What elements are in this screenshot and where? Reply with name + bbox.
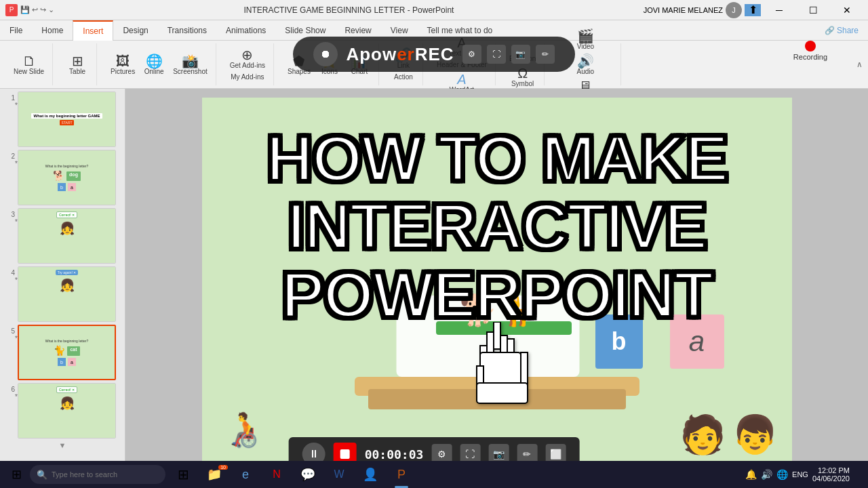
taskbar-apps: ⊞ 📁 10 e N 💬 W 👤 P bbox=[168, 461, 745, 488]
recording-badge: Recording bbox=[793, 41, 827, 61]
equation-button[interactable]: π Equation bbox=[507, 40, 538, 64]
start-button[interactable]: ⊞ bbox=[3, 461, 30, 488]
textbox-button[interactable]: A Text Box bbox=[446, 35, 477, 58]
new-slide-button[interactable]: 🗋 New Slide bbox=[11, 53, 47, 77]
search-icon: 🔍 bbox=[37, 470, 47, 480]
symbol-icon: Ω bbox=[517, 66, 528, 80]
tab-transitions[interactable]: Transitions bbox=[158, 20, 216, 40]
close-button[interactable]: ✕ bbox=[831, 0, 863, 20]
hyperlink-button[interactable]: 🔗 Link bbox=[390, 47, 417, 70]
notification-icon[interactable]: 🔔 bbox=[745, 469, 757, 480]
slide-preview-5: What is the beginning letter? 🐈 cat b a bbox=[18, 325, 116, 380]
share-button[interactable]: 🔗 Share bbox=[815, 20, 868, 40]
slide-thumb-5[interactable]: 5 * What is the beginning letter? 🐈 cat … bbox=[3, 325, 122, 380]
explorer-button[interactable]: 📁 10 bbox=[199, 461, 229, 488]
powerpoint-icon: P bbox=[397, 468, 406, 482]
ribbon-collapse[interactable]: ∧ bbox=[856, 60, 863, 69]
slide-thumb-2[interactable]: 2 * What is the beginning letter? 🐕 dog … bbox=[3, 150, 122, 205]
tab-home[interactable]: Home bbox=[32, 20, 73, 40]
clock: 12:02 PM 04/06/2020 bbox=[812, 466, 850, 483]
tab-insert[interactable]: Insert bbox=[73, 20, 113, 41]
network-icon[interactable]: 🌐 bbox=[776, 469, 788, 480]
symbol-button[interactable]: Ω Symbol bbox=[509, 65, 536, 89]
audio-button[interactable]: 🔊 Audio bbox=[572, 53, 599, 77]
slide-canvas[interactable]: HOW TO MAKEINTERACTIVEPOWERPOINT 🐕🐈 b a … bbox=[202, 98, 792, 464]
powerpoint-button[interactable]: P bbox=[387, 461, 416, 488]
pictures-button[interactable]: 🖼 Pictures bbox=[108, 53, 138, 77]
user-avatar: J bbox=[726, 2, 742, 18]
word-button[interactable]: W bbox=[324, 461, 354, 488]
tab-design[interactable]: Design bbox=[113, 20, 157, 40]
language-indicator: ENG bbox=[792, 470, 808, 479]
edge-icon: e bbox=[242, 468, 249, 482]
user-name: JOVI MARIE MELANEZ bbox=[644, 6, 723, 14]
volume-icon[interactable]: 🔊 bbox=[761, 469, 772, 480]
skype-button[interactable]: 💬 bbox=[293, 461, 323, 488]
hyperlink-icon: 🔗 bbox=[395, 48, 412, 62]
recording-timer: 00:00:03 bbox=[365, 447, 424, 462]
app-icon: P bbox=[5, 4, 18, 16]
search-bar[interactable]: 🔍 bbox=[30, 465, 165, 484]
recording-indicator-dot bbox=[805, 41, 816, 52]
svg-rect-7 bbox=[521, 352, 528, 386]
my-addins-button[interactable]: My Add-ins bbox=[228, 72, 267, 82]
slide-preview-1: What is my beginning letter GAME START bbox=[18, 92, 116, 147]
action-button[interactable]: Action bbox=[390, 72, 417, 82]
tab-review[interactable]: Review bbox=[335, 20, 380, 40]
netflix-icon: N bbox=[273, 468, 281, 481]
tab-file[interactable]: File bbox=[0, 20, 32, 40]
screenshot-button[interactable]: 📸 Screenshot bbox=[170, 53, 210, 77]
netflix-button[interactable]: N bbox=[262, 461, 292, 488]
chart-icon: 📊 bbox=[351, 54, 368, 68]
people-button[interactable]: 👤 bbox=[355, 461, 385, 488]
character-glasses: 🧑 bbox=[679, 413, 726, 457]
titlebar: P 💾 ↩ ↪ ⌄ INTERACTIVE GAME BEGINNING LET… bbox=[0, 0, 868, 20]
ribbon-group-media: 🎬 Video 🔊 Audio 🖥 Screen Recording bbox=[550, 43, 621, 85]
task-view-button[interactable]: ⊞ bbox=[168, 461, 198, 488]
header-footer-button[interactable]: Header & Footer bbox=[434, 60, 490, 70]
video-button[interactable]: 🎬 Video bbox=[572, 28, 599, 52]
tab-view[interactable]: View bbox=[381, 20, 418, 40]
slide-thumb-6[interactable]: 6 * Correct! ✕ 👧 bbox=[3, 383, 122, 439]
slide-preview-2: What is the beginning letter? 🐕 dog b a bbox=[18, 150, 116, 205]
date-display: 04/06/2020 bbox=[812, 474, 850, 483]
online-pictures-button[interactable]: 🌐 Online bbox=[140, 53, 167, 77]
audio-icon: 🔊 bbox=[577, 54, 594, 68]
svg-rect-8 bbox=[477, 383, 528, 403]
minimize-button[interactable]: ─ bbox=[764, 0, 795, 20]
svg-rect-5 bbox=[480, 352, 521, 386]
new-slide-icon: 🗋 bbox=[22, 54, 36, 68]
icons-button[interactable]: ⭐ Icons bbox=[316, 53, 343, 77]
ribbon-group-images: 🖼 Pictures 🌐 Online 📸 Screenshot bbox=[102, 43, 216, 85]
tab-animations[interactable]: Animations bbox=[216, 20, 275, 40]
ribbon-group-symbols: π Equation Ω Symbol bbox=[501, 43, 545, 85]
skype-icon: 💬 bbox=[300, 467, 315, 482]
search-input[interactable] bbox=[52, 470, 153, 479]
slide-thumb-3[interactable]: 3 * Correct! ✕ 👧 bbox=[3, 208, 122, 264]
ribbon-group-illustrations: ⬟ Shapes ⭐ Icons 📊 Chart bbox=[279, 43, 379, 85]
window-title: INTERACTIVE GAME BEGINNING LETTER - Powe… bbox=[54, 5, 643, 15]
shapes-icon: ⬟ bbox=[293, 54, 304, 68]
online-pictures-icon: 🌐 bbox=[146, 54, 163, 68]
share-icon: ⬆ bbox=[745, 4, 761, 16]
restore-button[interactable]: ☐ bbox=[797, 0, 829, 20]
tab-slideshow[interactable]: Slide Show bbox=[275, 20, 335, 40]
main-area: 1 * What is my beginning letter GAME STA… bbox=[0, 89, 868, 472]
slide-thumb-1[interactable]: 1 * What is my beginning letter GAME STA… bbox=[3, 92, 122, 147]
slide-preview-3: Correct! ✕ 👧 bbox=[18, 208, 116, 264]
explorer-badge: 10 bbox=[218, 465, 228, 470]
slide-preview-4: Try again! ✕ 👧 bbox=[18, 266, 116, 322]
characters-right: 🧑 👦 bbox=[679, 413, 778, 457]
titlebar-left: P 💾 ↩ ↪ ⌄ bbox=[5, 4, 54, 16]
textbox-icon: A bbox=[457, 36, 466, 49]
slide-area: HOW TO MAKEINTERACTIVEPOWERPOINT 🐕🐈 b a … bbox=[125, 89, 868, 472]
time-display: 12:02 PM bbox=[818, 466, 850, 474]
stop-icon bbox=[340, 449, 350, 459]
get-addins-button[interactable]: ⊕ Get Add-ins bbox=[227, 47, 268, 70]
wheelchair-character: 🧑‍🦽 bbox=[222, 410, 264, 448]
edge-button[interactable]: e bbox=[231, 461, 260, 488]
shapes-button[interactable]: ⬟ Shapes bbox=[285, 53, 313, 77]
table-button[interactable]: ⊞ Table bbox=[64, 53, 91, 77]
slide-thumb-4[interactable]: 4 * Try again! ✕ 👧 bbox=[3, 266, 122, 322]
chart-button[interactable]: 📊 Chart bbox=[346, 53, 373, 77]
